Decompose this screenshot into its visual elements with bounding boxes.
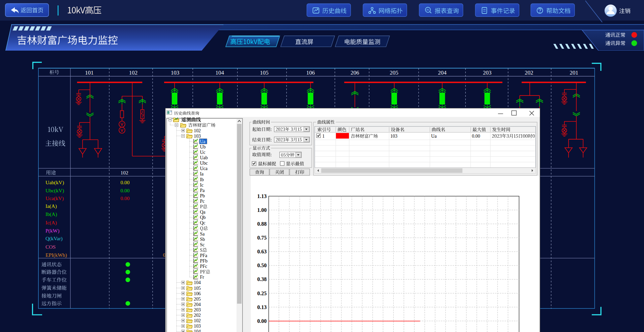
svg-text:PFa: PFa [200, 253, 208, 258]
svg-text:Ubc(kV): Ubc(kV) [45, 188, 64, 194]
svg-text:0.88: 0.88 [257, 221, 267, 227]
svg-text:Sb: Sb [200, 237, 205, 242]
svg-text:0.63: 0.63 [257, 249, 267, 254]
svg-text:102: 102 [194, 318, 201, 323]
svg-text:Uab: Uab [200, 155, 208, 160]
svg-text:103: 103 [390, 134, 397, 139]
svg-text:Ic(A): Ic(A) [45, 220, 57, 226]
svg-text:Uab(kV): Uab(kV) [45, 179, 64, 186]
svg-text:104: 104 [194, 329, 201, 332]
svg-text:PFb: PFb [200, 258, 208, 264]
svg-text:0.00: 0.00 [120, 179, 129, 185]
svg-text:202: 202 [194, 313, 201, 318]
svg-text:0.75: 0.75 [257, 235, 267, 241]
svg-text:Fr: Fr [200, 275, 204, 280]
svg-text:Ia: Ia [200, 171, 204, 176]
svg-text:1.00: 1.00 [257, 207, 267, 213]
svg-text:Q(kVar): Q(kVar) [45, 236, 63, 242]
svg-text:101: 101 [85, 70, 94, 76]
svg-text:Pa: Pa [200, 188, 205, 193]
svg-text:105: 105 [194, 285, 201, 290]
svg-text:0.25: 0.25 [257, 290, 267, 296]
svg-text:102: 102 [129, 70, 138, 76]
svg-text:0.00: 0.00 [120, 195, 129, 201]
svg-text:Ib: Ib [200, 177, 204, 182]
svg-text:Qb: Qb [200, 215, 206, 220]
svg-text:102: 102 [194, 128, 201, 133]
svg-text:PFc: PFc [200, 264, 207, 269]
svg-text:202: 202 [525, 70, 533, 76]
svg-text:Ib(A): Ib(A) [45, 211, 57, 217]
svg-text:204: 204 [438, 70, 447, 76]
svg-text:1.13: 1.13 [257, 193, 267, 199]
svg-text:201: 201 [570, 70, 578, 76]
svg-text:206: 206 [350, 70, 359, 76]
svg-text:0.38: 0.38 [257, 276, 267, 282]
svg-text:0.00: 0.00 [257, 318, 267, 324]
svg-text:Ic: Ic [200, 183, 204, 188]
svg-text:106: 106 [306, 70, 315, 76]
svg-text:102: 102 [120, 170, 128, 175]
svg-text:203: 203 [194, 307, 201, 312]
svg-text:104: 104 [194, 280, 201, 285]
svg-text:106: 106 [194, 291, 201, 296]
svg-text:0.50: 0.50 [257, 262, 267, 268]
svg-text:Ua: Ua [200, 139, 206, 144]
svg-text:Ua: Ua [431, 134, 437, 139]
svg-text:205: 205 [390, 70, 398, 76]
svg-text:EPI(kWh): EPI(kWh) [45, 252, 67, 258]
svg-text:Ia(A): Ia(A) [45, 203, 57, 209]
svg-text:Sc: Sc [200, 242, 205, 247]
svg-text:Uca(kV): Uca(kV) [45, 195, 64, 201]
svg-text:P(kW): P(kW) [45, 228, 59, 234]
svg-text:Qa: Qa [200, 210, 206, 215]
svg-text:Uc: Uc [200, 150, 205, 155]
svg-text:0.13: 0.13 [257, 304, 267, 310]
svg-text:204: 204 [194, 302, 201, 307]
svg-text:Ub: Ub [200, 144, 206, 149]
svg-text:205: 205 [194, 297, 201, 302]
svg-text:0.00: 0.00 [472, 134, 480, 139]
svg-text:105: 105 [260, 70, 269, 76]
svg-text:Qc: Qc [200, 220, 205, 225]
svg-text:104: 104 [215, 70, 224, 76]
svg-text:Sa: Sa [200, 231, 205, 236]
svg-text:103: 103 [194, 324, 201, 329]
svg-text:Uca: Uca [200, 166, 208, 171]
svg-text:103: 103 [171, 70, 180, 76]
svg-text:1: 1 [322, 134, 325, 139]
svg-text:203: 203 [483, 70, 492, 76]
svg-text:103: 103 [194, 134, 201, 139]
svg-text:0.00: 0.00 [120, 188, 129, 193]
svg-text:COS: COS [45, 244, 56, 250]
svg-text:Pb: Pb [200, 193, 205, 198]
svg-text:Pc: Pc [200, 199, 205, 204]
svg-text:Ubc: Ubc [200, 161, 208, 166]
